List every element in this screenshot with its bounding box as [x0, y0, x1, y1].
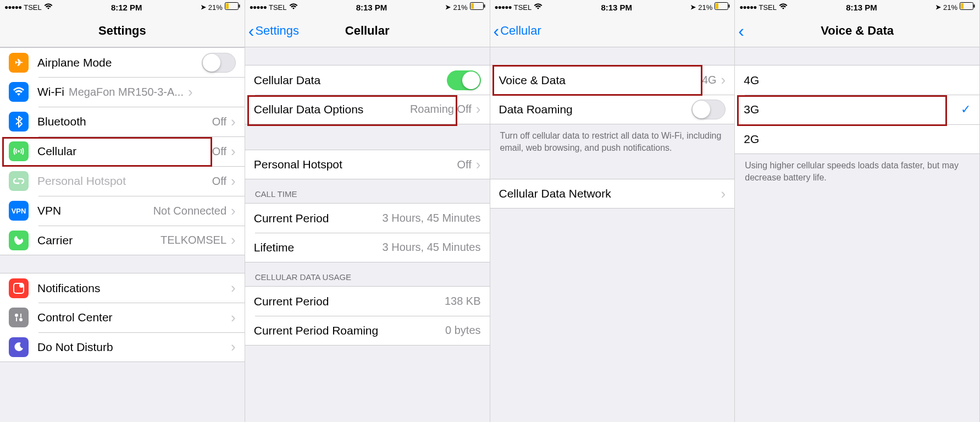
row-value: Off: [457, 158, 472, 171]
row-label: Notifications: [37, 282, 100, 295]
nav-bar: ‹ Settings Cellular: [245, 14, 490, 47]
chevron-left-icon: ‹: [494, 22, 500, 40]
row-current-period-calltime: Current Period 3 Hours, 45 Minutes: [245, 203, 490, 233]
row-personal-hotspot[interactable]: Personal Hotspot Off ›: [0, 166, 245, 196]
page-title: Settings: [98, 24, 146, 38]
row-label: Cellular Data Options: [254, 103, 364, 116]
row-label: Carrier: [37, 234, 73, 247]
chevron-right-icon: ›: [231, 279, 236, 297]
airplane-toggle[interactable]: [202, 53, 236, 73]
chevron-right-icon: ›: [231, 338, 236, 355]
screen-voice-and-data: ●●●●● TSEL 8:13 PM ➤ 21% ‹ Voice & Data …: [735, 0, 980, 422]
page-title: Cellular: [345, 24, 390, 38]
row-cellular-data[interactable]: Cellular Data: [245, 65, 490, 95]
row-value: 3 Hours, 45 Minutes: [383, 212, 481, 224]
row-cellular-data-network[interactable]: Cellular Data Network ›: [490, 179, 735, 209]
footer-note: Using higher cellular speeds loads data …: [735, 154, 979, 183]
row-voice-and-data[interactable]: Voice & Data 4G ›: [490, 65, 735, 95]
status-bar: ●●●●● TSEL 8:13 PM ➤ 21%: [735, 0, 979, 14]
battery-percent: 21%: [943, 3, 957, 12]
row-cellular[interactable]: Cellular Off ›: [0, 136, 245, 166]
back-button[interactable]: ‹ Cellular: [494, 14, 541, 47]
hotspot-icon: [9, 171, 29, 191]
chevron-right-icon: ›: [188, 84, 193, 101]
row-current-period-usage: Current Period 138 KB: [245, 286, 490, 316]
row-personal-hotspot[interactable]: Personal Hotspot Off ›: [245, 150, 490, 179]
row-current-period-roaming-usage: Current Period Roaming 0 bytes: [245, 316, 490, 346]
signal-dots-icon: ●●●●●: [4, 3, 21, 11]
back-button[interactable]: ‹ Settings: [248, 14, 299, 47]
row-do-not-disturb[interactable]: Do Not Disturb ›: [0, 332, 245, 362]
chevron-right-icon: ›: [721, 185, 726, 202]
wifi-icon: [289, 3, 298, 12]
carrier-icon: [9, 231, 29, 250]
chevron-right-icon: ›: [231, 232, 236, 249]
airplane-icon: ✈: [9, 53, 29, 73]
row-data-roaming[interactable]: Data Roaming: [490, 95, 735, 124]
footer-note: Turn off cellular data to restrict all d…: [490, 124, 735, 154]
row-value: Off: [212, 116, 226, 128]
cellular-data-toggle[interactable]: [447, 70, 481, 90]
status-carrier: TSEL: [269, 3, 287, 12]
chevron-right-icon: ›: [231, 309, 236, 326]
status-bar: ●●●●● TSEL 8:13 PM ➤ 21%: [490, 0, 735, 14]
option-2g[interactable]: 2G: [735, 124, 979, 154]
svg-rect-16: [961, 3, 964, 9]
checkmark-icon: ✓: [961, 102, 971, 117]
row-control-center[interactable]: Control Center ›: [0, 303, 245, 332]
row-airplane-mode[interactable]: ✈ Airplane Mode: [0, 47, 245, 77]
status-time: 8:12 PM: [111, 3, 142, 12]
svg-rect-9: [484, 4, 485, 8]
nav-bar: Settings: [0, 14, 245, 47]
option-label: 3G: [744, 103, 759, 116]
chevron-right-icon: ›: [231, 113, 236, 130]
section-header-data-usage: CELLULAR DATA USAGE: [245, 262, 490, 286]
data-roaming-toggle[interactable]: [691, 100, 726, 119]
row-label: Cellular: [37, 145, 76, 158]
svg-point-3: [18, 150, 20, 152]
chevron-left-icon: ‹: [248, 22, 254, 40]
row-value: Off: [212, 175, 226, 188]
option-3g[interactable]: 3G ✓: [735, 95, 979, 124]
row-label: VPN: [37, 204, 61, 217]
option-4g[interactable]: 4G: [735, 65, 979, 95]
row-label: Bluetooth: [37, 115, 86, 128]
svg-point-7: [19, 318, 23, 321]
chevron-right-icon: ›: [476, 156, 481, 173]
back-button[interactable]: ‹: [738, 14, 745, 47]
row-label: Wi-Fi: [37, 85, 64, 98]
row-label: Personal Hotspot: [254, 158, 342, 171]
screen-cellular-data-options: ●●●●● TSEL 8:13 PM ➤ 21% ‹ Cellular Voic…: [490, 0, 735, 422]
row-notifications[interactable]: Notifications ›: [0, 273, 245, 303]
status-bar: ●●●●● TSEL 8:12 PM ➤ 21%: [0, 0, 245, 14]
row-value: 3 Hours, 45 Minutes: [383, 241, 481, 254]
row-label: Do Not Disturb: [37, 341, 113, 354]
svg-rect-13: [716, 3, 718, 9]
status-carrier: TSEL: [24, 3, 42, 12]
nav-bar: ‹ Cellular: [490, 14, 735, 47]
location-icon: ➤: [935, 3, 941, 11]
control-center-icon: [9, 308, 29, 327]
section-header-call-time: CALL TIME: [245, 179, 490, 203]
row-carrier[interactable]: Carrier TELKOMSEL ›: [0, 226, 245, 255]
row-label: Voice & Data: [499, 74, 566, 87]
row-label: Cellular Data Network: [499, 187, 611, 200]
row-value: Off: [212, 145, 226, 158]
battery-percent: 21%: [698, 3, 712, 12]
svg-rect-12: [729, 4, 730, 8]
row-wifi[interactable]: Wi-Fi MegaFon MR150-3-A... ›: [0, 77, 245, 107]
location-icon: ➤: [445, 3, 451, 11]
status-time: 8:13 PM: [356, 3, 387, 12]
chevron-right-icon: ›: [476, 101, 481, 118]
battery-icon: [960, 2, 975, 12]
row-label: Control Center: [37, 311, 113, 324]
nav-bar: ‹ Voice & Data: [735, 14, 979, 47]
row-cellular-data-options[interactable]: Cellular Data Options Roaming Off ›: [245, 95, 490, 124]
row-bluetooth[interactable]: Bluetooth Off ›: [0, 107, 245, 136]
svg-rect-10: [471, 3, 474, 9]
wifi-icon: [779, 3, 788, 12]
row-vpn[interactable]: VPN VPN Not Connected ›: [0, 196, 245, 226]
cellular-icon: [9, 141, 29, 161]
status-carrier: TSEL: [514, 3, 532, 12]
row-value: 0 bytes: [445, 324, 480, 337]
